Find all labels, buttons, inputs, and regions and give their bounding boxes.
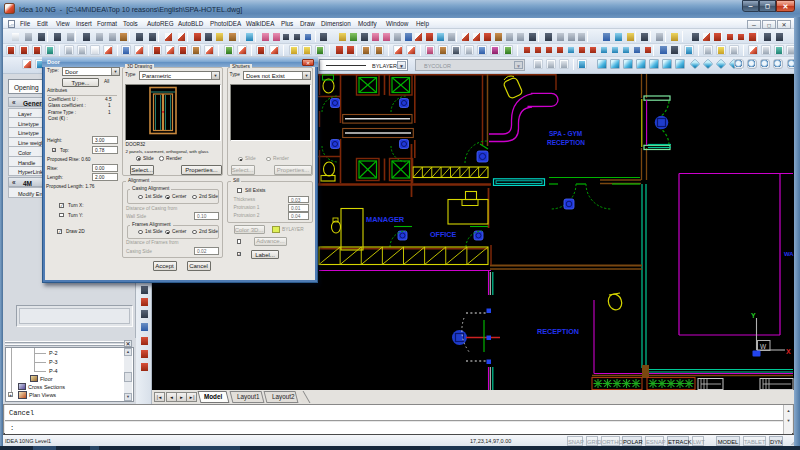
svg-text:W: W (760, 343, 767, 350)
svg-text:MANAGER: MANAGER (366, 215, 405, 224)
svg-text:Y: Y (751, 312, 756, 319)
svg-text:SPA - GYM: SPA - GYM (549, 130, 582, 137)
svg-text:RECEPTION: RECEPTION (547, 139, 585, 146)
svg-text:X: X (786, 348, 791, 355)
svg-text:OFFICE: OFFICE (430, 230, 457, 239)
svg-text:RECEPTION: RECEPTION (537, 327, 579, 336)
svg-text:WA: WA (784, 251, 794, 257)
